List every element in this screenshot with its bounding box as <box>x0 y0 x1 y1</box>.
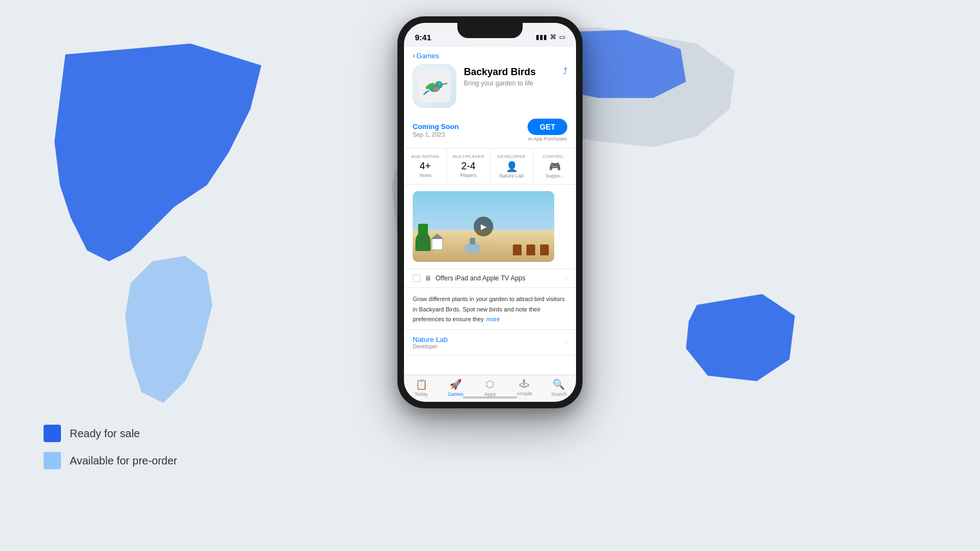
app-info: Backyard Birds Bring your garden to life <box>464 64 555 87</box>
phone-mockup: 9:41 ▮▮▮ ⌘ ▭ ‹ Games <box>397 16 583 408</box>
badge-dev-icon: 👤 <box>494 161 530 173</box>
more-link[interactable]: more <box>486 316 500 322</box>
phone-notch <box>457 23 523 38</box>
legend-item-ready: Ready for sale <box>44 425 177 442</box>
badge-multi-value: 2-4 <box>450 161 486 172</box>
status-icons: ▮▮▮ ⌘ ▭ <box>536 33 565 41</box>
share-icon[interactable]: ⤴ <box>563 66 567 76</box>
today-tab-icon: 📋 <box>415 378 427 390</box>
video-thumbnail[interactable]: ▶ <box>413 191 554 262</box>
tab-today[interactable]: 📋 Today <box>404 378 438 397</box>
badge-ctrl-icon: 🎮 <box>537 161 573 173</box>
app-header: Backyard Birds Bring your garden to life… <box>404 64 576 114</box>
app-icon <box>413 64 456 108</box>
legend-item-preorder: Available for pre-order <box>44 452 177 469</box>
phone-screen: 9:41 ▮▮▮ ⌘ ▭ ‹ Games <box>404 23 576 402</box>
checkbox-icon[interactable] <box>413 274 420 282</box>
today-tab-label: Today <box>415 391 428 397</box>
badge-age-label: Age Rating <box>407 154 443 159</box>
badge-age-rating: Age Rating 4+ Years <box>404 149 447 184</box>
developer-row[interactable]: Nature Lab Developer › <box>404 330 576 356</box>
badge-multi-sub: Players <box>450 173 486 178</box>
monitor-icon: 🖥 <box>425 274 431 282</box>
ipad-label: Offers iPad and Apple TV Apps <box>436 274 561 282</box>
app-header-right: ⤴ <box>563 64 567 76</box>
legend-label-ready: Ready for sale <box>70 427 140 440</box>
svg-point-6 <box>440 83 441 84</box>
badges-row: Age Rating 4+ Years Multiplayer 2-4 Play… <box>404 149 576 185</box>
badge-dev-label: Developer <box>494 154 530 159</box>
arcade-tab-label: Arcade <box>517 391 532 396</box>
badge-developer: Developer 👤 Nature Lab <box>491 149 534 184</box>
badge-age-sub: Years <box>407 173 443 178</box>
ipad-checkbox-row[interactable]: 🖥 Offers iPad and Apple TV Apps › <box>404 269 576 288</box>
legend-color-preorder <box>44 452 61 469</box>
tab-search[interactable]: 🔍 Search <box>542 378 576 397</box>
tab-arcade[interactable]: 🕹 Arcade <box>507 378 542 396</box>
games-tab-icon: 🚀 <box>450 378 462 390</box>
apps-tab-icon: ⬡ <box>486 378 494 390</box>
back-chevron-icon: ‹ <box>413 51 415 60</box>
in-app-purchases-label: In-App Purchases <box>528 136 567 142</box>
battery-icon: ▭ <box>559 33 565 41</box>
back-button[interactable]: ‹ Games <box>413 51 439 60</box>
badge-ctrl-label: Contro... <box>537 154 573 159</box>
badge-age-value: 4+ <box>407 161 443 172</box>
search-tab-label: Search <box>551 391 567 397</box>
app-store-content[interactable]: ‹ Games <box>404 47 576 375</box>
wifi-icon: ⌘ <box>550 33 556 41</box>
coming-soon-info: Coming Soon Sep 1, 2023 <box>413 123 459 138</box>
status-time: 9:41 <box>415 33 431 42</box>
map-legend: Ready for sale Available for pre-order <box>44 425 177 469</box>
action-row: Coming Soon Sep 1, 2023 GET In-App Purch… <box>404 114 576 149</box>
phone-frame: 9:41 ▮▮▮ ⌘ ▭ ‹ Games <box>397 16 583 408</box>
badge-controller: Contro... 🎮 Suppo... <box>534 149 576 184</box>
tab-games[interactable]: 🚀 Games <box>438 378 473 397</box>
badge-ctrl-sub: Suppo... <box>537 173 573 179</box>
home-indicator <box>463 396 517 399</box>
get-button[interactable]: GET <box>528 119 567 135</box>
developer-name: Nature Lab <box>413 335 565 344</box>
developer-chevron-icon: › <box>565 339 567 346</box>
signal-icon: ▮▮▮ <box>536 33 547 41</box>
get-button-wrap: GET In-App Purchases <box>528 119 567 142</box>
coming-soon-label: Coming Soon <box>413 123 459 131</box>
svg-point-7 <box>433 87 439 91</box>
badge-multi-label: Multiplayer <box>450 154 486 159</box>
tab-apps[interactable]: ⬡ Apps <box>473 378 507 397</box>
release-date: Sep 1, 2023 <box>413 131 459 138</box>
search-tab-icon: 🔍 <box>553 378 565 390</box>
badge-dev-sub: Nature Lab <box>494 173 530 179</box>
developer-label: Developer <box>413 344 565 350</box>
play-button[interactable]: ▶ <box>474 217 493 236</box>
legend-label-preorder: Available for pre-order <box>70 455 177 467</box>
media-section: ▶ <box>404 185 576 269</box>
badge-multiplayer: Multiplayer 2-4 Players <box>447 149 490 184</box>
back-label: Games <box>416 52 439 60</box>
arcade-tab-icon: 🕹 <box>519 378 529 390</box>
bird-svg-icon <box>418 70 451 102</box>
legend-color-ready <box>44 425 61 442</box>
nav-bar: ‹ Games <box>404 47 576 64</box>
developer-info: Nature Lab Developer <box>413 335 565 350</box>
chevron-right-icon: › <box>565 274 567 282</box>
app-subtitle: Bring your garden to life <box>464 79 555 87</box>
games-tab-label: Games <box>448 391 463 397</box>
app-name: Backyard Birds <box>464 66 555 78</box>
description-section: Grow different plants in your garden to … <box>404 288 576 330</box>
